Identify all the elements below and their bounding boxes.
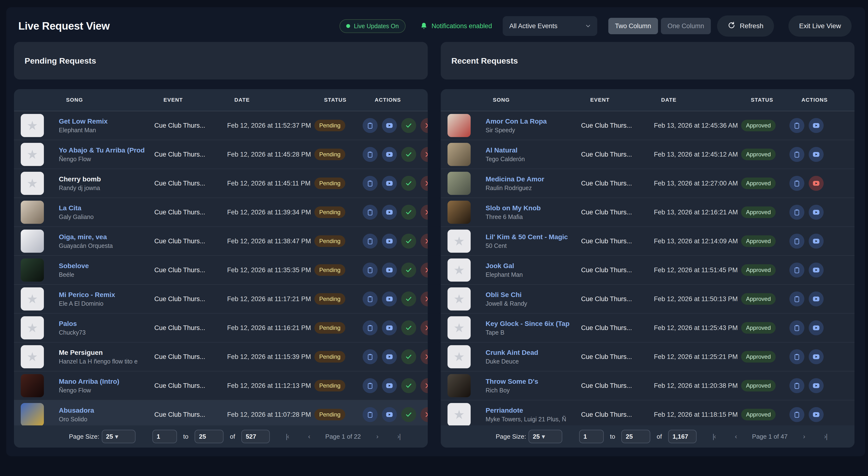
reject-x-icon[interactable] [421,407,428,422]
youtube-icon[interactable] [382,320,397,335]
first-page-button[interactable]: |‹ [286,433,289,440]
range-to-input[interactable] [194,430,223,443]
song-title[interactable]: Get Low Remix [59,117,154,125]
reject-x-icon[interactable] [421,234,428,248]
copy-icon[interactable] [363,320,378,335]
copy-icon[interactable] [363,205,378,220]
youtube-icon[interactable] [382,205,397,220]
song-title[interactable]: Yo Abajo & Tu Arriba (Prod [59,146,154,154]
copy-icon[interactable] [789,378,804,393]
youtube-icon[interactable] [809,320,824,335]
song-title[interactable]: Throw Some D's [486,378,581,385]
youtube-icon[interactable] [809,263,824,277]
copy-icon[interactable] [789,205,804,220]
table-row[interactable]: La Cita Galy Galiano Cue Club Thurs... F… [14,198,428,227]
first-page-button[interactable]: |‹ [712,433,716,440]
song-title[interactable]: Abusadora [59,407,154,414]
youtube-icon[interactable] [809,176,824,191]
song-title[interactable]: Me Persiguen [59,349,154,356]
approve-check-icon[interactable] [401,205,416,220]
copy-icon[interactable] [789,118,804,133]
approve-check-icon[interactable] [401,407,416,422]
table-row[interactable]: ★ Key Glock - Since 6ix (Tap Tape B Cue … [441,314,855,343]
copy-icon[interactable] [363,147,378,162]
youtube-icon[interactable] [382,147,397,162]
youtube-icon[interactable] [382,263,397,277]
approve-check-icon[interactable] [401,147,416,162]
copy-icon[interactable] [789,176,804,191]
table-row[interactable]: Medicina De Amor Raulin Rodriguez Cue Cl… [441,169,855,198]
last-page-button[interactable]: ›| [397,433,401,440]
table-row[interactable]: ★ Cherry bomb Randy dj jowna Cue Club Th… [14,169,428,198]
youtube-icon[interactable] [382,176,397,191]
table-row[interactable]: Oiga, mire, vea Guayacán Orquesta Cue Cl… [14,227,428,256]
table-row[interactable]: Al Natural Tego Calderón Cue Club Thurs.… [441,140,855,169]
table-row[interactable]: Slob on My Knob Three 6 Mafia Cue Club T… [441,198,855,227]
range-from-input[interactable] [152,430,177,443]
table-row[interactable]: ★ Me Persiguen Hanzel La H ñengo flow ti… [14,343,428,371]
song-title[interactable]: Cherry bomb [59,175,154,183]
song-title[interactable]: Mano Arriba (Intro) [59,378,154,385]
total-count-input[interactable] [241,430,270,443]
song-title[interactable]: Mi Perico - Remix [59,291,154,299]
youtube-icon[interactable] [382,407,397,422]
reject-x-icon[interactable] [421,118,428,133]
copy-icon[interactable] [789,349,804,364]
reject-x-icon[interactable] [421,349,428,364]
range-to-input[interactable] [621,430,650,443]
youtube-icon[interactable] [809,292,824,306]
youtube-icon[interactable] [382,378,397,393]
copy-icon[interactable] [789,234,804,248]
table-row[interactable]: ★ Get Low Remix Elephant Man Cue Club Th… [14,111,428,140]
copy-icon[interactable] [363,234,378,248]
reject-x-icon[interactable] [421,263,428,277]
song-title[interactable]: Key Glock - Since 6ix (Tap [486,320,581,328]
table-row[interactable]: ★ Mi Perico - Remix Ele A El Dominio Cue… [14,285,428,314]
reject-x-icon[interactable] [421,205,428,220]
reject-x-icon[interactable] [421,320,428,335]
reject-x-icon[interactable] [421,378,428,393]
song-title[interactable]: Jook Gal [486,262,581,270]
copy-icon[interactable] [789,147,804,162]
table-row[interactable]: ★ Palos Chucky73 Cue Club Thurs... Feb 1… [14,314,428,343]
song-title[interactable]: Amor Con La Ropa [486,117,581,125]
youtube-icon[interactable] [382,234,397,248]
page-size-select[interactable]: 25 ▼ [102,430,135,443]
table-row[interactable]: ★ Lil' Kim & 50 Cent - Magic 50 Cent Cue… [441,227,855,256]
prev-page-button[interactable]: ‹ [735,433,737,440]
refresh-button[interactable]: Refresh [717,15,774,37]
song-title[interactable]: Oiga, mire, vea [59,233,154,241]
song-title[interactable]: Sobelove [59,262,154,270]
table-row[interactable]: Mano Arriba (Intro) Ñengo Flow Cue Club … [14,371,428,400]
copy-icon[interactable] [363,378,378,393]
copy-icon[interactable] [789,407,804,422]
table-row[interactable]: ★ Crunk Aint Dead Duke Deuce Cue Club Th… [441,343,855,371]
total-count-input[interactable] [668,430,696,443]
approve-check-icon[interactable] [401,378,416,393]
copy-icon[interactable] [363,263,378,277]
table-row[interactable]: ★ Yo Abajo & Tu Arriba (Prod Ñengo Flow … [14,140,428,169]
table-row[interactable]: ★ Obli Se Chi Jowell & Randy Cue Club Th… [441,285,855,314]
youtube-icon[interactable] [382,292,397,306]
copy-icon[interactable] [363,176,378,191]
approve-check-icon[interactable] [401,263,416,277]
approve-check-icon[interactable] [401,320,416,335]
song-title[interactable]: Crunk Aint Dead [486,349,581,356]
song-title[interactable]: Al Natural [486,146,581,154]
youtube-icon[interactable] [809,205,824,220]
next-page-button[interactable]: › [803,433,805,440]
youtube-icon[interactable] [382,118,397,133]
range-from-input[interactable] [579,430,604,443]
copy-icon[interactable] [789,320,804,335]
copy-icon[interactable] [789,263,804,277]
table-row[interactable]: Amor Con La Ropa Sir Speedy Cue Club Thu… [441,111,855,140]
table-row[interactable]: ★ Jook Gal Elephant Man Cue Club Thurs..… [441,256,855,285]
song-title[interactable]: Perriandote [486,407,581,414]
reject-x-icon[interactable] [421,176,428,191]
two-column-button[interactable]: Two Column [608,18,658,34]
song-title[interactable]: Obli Se Chi [486,291,581,299]
one-column-button[interactable]: One Column [661,18,711,34]
copy-icon[interactable] [363,118,378,133]
song-title[interactable]: Slob on My Knob [486,204,581,212]
prev-page-button[interactable]: ‹ [308,433,310,440]
